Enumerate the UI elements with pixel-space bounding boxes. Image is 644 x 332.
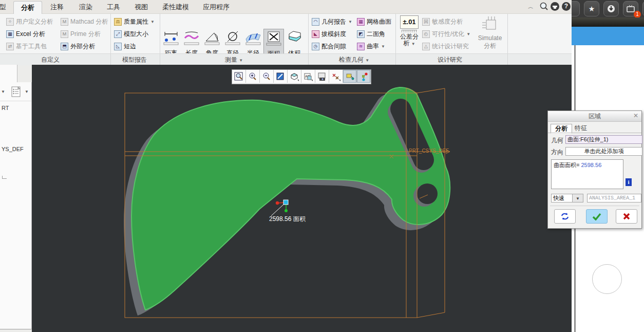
cancel-button[interactable] <box>616 209 637 224</box>
btn-curvature[interactable]: ≋曲率▼ <box>357 42 385 51</box>
browser-header-strip <box>572 17 644 27</box>
browser-blue-banner <box>572 27 644 45</box>
result-box: 曲面面积= 2598.56 <box>551 159 623 189</box>
view-manager-button[interactable] <box>315 70 329 83</box>
tab-analysis[interactable]: 分析 <box>13 1 42 14</box>
tree-settings-caret-icon[interactable]: ▼ <box>25 89 29 94</box>
geometry-report-icon: ◠ <box>312 18 319 26</box>
quick-select[interactable]: 快速 <box>551 194 574 202</box>
btn-geometry-report[interactable]: ◠几何报告▼ <box>312 17 352 26</box>
favorites-star-icon[interactable]: ★ <box>584 1 599 16</box>
btn-prime-analysis[interactable]: MPrime 分析 <box>61 29 101 39</box>
tab-model[interactable]: 型 <box>0 1 10 13</box>
dialog-tab-feature[interactable]: 特征 <box>571 124 591 133</box>
btn-model-size[interactable]: ⤢模型大小 <box>114 29 148 39</box>
btn-statistical-design-study[interactable]: △统计设计研究 <box>422 42 469 51</box>
media-tv-icon[interactable]: 1 <box>623 1 638 16</box>
direction-field[interactable]: 单击此处添加项 <box>565 147 642 156</box>
tree-item-part[interactable]: RT <box>2 105 9 111</box>
btn-excel-analysis[interactable]: ▦Excel 分析 <box>6 29 45 39</box>
tab-view[interactable]: 视图 <box>128 1 154 13</box>
draft-angle-icon: ◣ <box>312 30 319 38</box>
group-label-inspect-geometry[interactable]: 检查几何 ▼ <box>339 56 369 64</box>
group-label-customize: 自定义 <box>41 56 60 64</box>
info-icon[interactable]: i <box>626 178 632 186</box>
download-icon[interactable] <box>603 1 619 16</box>
repaint-button[interactable] <box>274 70 288 83</box>
annotation-display-button[interactable] <box>343 70 357 83</box>
display-style-button[interactable] <box>288 70 301 83</box>
quick-select-caret[interactable]: ▼ <box>572 194 583 202</box>
zoom-out-button[interactable] <box>260 70 274 83</box>
btn-fit-clearance[interactable]: ◷配合间隙 <box>312 42 346 51</box>
x-icon <box>622 212 631 220</box>
btn-short-edge[interactable]: ◺短边 <box>114 42 136 51</box>
btn-dihedral-angle[interactable]: ◩二面角 <box>357 29 385 39</box>
tree-list-icon[interactable] <box>11 86 22 100</box>
diameter-icon <box>224 30 241 47</box>
analysis-name-field[interactable]: ANALYSIS_AREA_1 <box>587 194 641 202</box>
geometry-label: 几何 <box>551 136 563 145</box>
collapse-ribbon-icon[interactable]: ︿ <box>528 3 534 11</box>
tab-flexible-modeling[interactable]: 柔性建模 <box>157 1 194 13</box>
area-icon <box>266 30 282 48</box>
community-icon[interactable] <box>551 2 559 11</box>
tab-applications[interactable]: 应用程序 <box>197 1 235 13</box>
btn-feasibility-optimization[interactable]: ◴可行性/优化▼ <box>422 29 470 39</box>
tolerance-badge: ±.01 <box>400 15 419 29</box>
spin-center-button[interactable] <box>357 70 371 83</box>
geometry-field[interactable]: 曲面:F6(拉伸_1) <box>565 135 642 144</box>
ribbon-tab-bar: 型 分析 注释 渲染 工具 视图 柔性建模 应用程序 ︿ ? <box>0 0 572 14</box>
curvature-icon: ≋ <box>357 43 365 50</box>
refresh-button[interactable] <box>554 209 576 224</box>
chevron-down-icon: ▼ <box>466 32 470 36</box>
ribbon: ✧用户定义分析 MMathcad 分析 ▦Excel 分析 MPrime 分析 … <box>0 14 572 53</box>
tree-item-csys[interactable]: YS_DEF <box>2 146 24 152</box>
dialog-title[interactable]: 区域 <box>548 111 641 122</box>
tree-branch-mark <box>2 176 7 179</box>
statistics-icon: △ <box>422 43 430 50</box>
toolkit-icon: ⇄ <box>6 43 14 50</box>
tree-filter-caret-icon[interactable]: ▼ <box>1 89 5 94</box>
saved-views-button[interactable]: AB <box>301 70 315 83</box>
btn-draft-angle[interactable]: ◣拔模斜度 <box>312 29 346 39</box>
feasibility-icon: ◴ <box>422 30 430 38</box>
btn-toolkit-based[interactable]: ⇄基于工具包 <box>6 42 47 51</box>
chevron-down-icon: ▼ <box>150 20 155 24</box>
radius-icon <box>245 30 261 47</box>
measure-annotation <box>271 200 288 216</box>
btn-sensitivity-analysis[interactable]: 回敏感度分析 <box>422 17 463 26</box>
btn-simulate-analysis[interactable]: Simulate分析 <box>475 15 505 50</box>
btn-mass-properties[interactable]: ⚖质量属性▼ <box>114 17 155 26</box>
volume-icon <box>286 30 302 47</box>
region-dialog: 区域 ✕ 分析 特征 几何 曲面:F6(拉伸_1) 方向 单击此处添加项 曲面面… <box>547 110 642 229</box>
help-icon[interactable]: ? <box>562 2 571 11</box>
btn-external-analysis[interactable]: ⬒外部分析 <box>61 42 95 51</box>
btn-tolerance-analysis[interactable]: ±.01 公差分析 ▼ <box>400 15 419 47</box>
ok-button[interactable] <box>586 209 608 224</box>
browser-partial-button[interactable] <box>572 1 580 16</box>
zoom-in-button[interactable] <box>246 70 260 83</box>
length-icon <box>183 30 200 47</box>
group-label-measure[interactable]: 测量 ▼ <box>225 56 243 64</box>
chevron-down-icon: ▼ <box>381 44 385 49</box>
btn-mesh-surface[interactable]: ▦网格曲面 <box>357 17 391 26</box>
tab-render[interactable]: 渲染 <box>73 1 99 13</box>
tab-tools[interactable]: 工具 <box>101 1 126 13</box>
btn-mathcad-analysis[interactable]: MMathcad 分析 <box>61 17 108 26</box>
close-icon[interactable]: ✕ <box>633 112 638 119</box>
ribbon-group-labels: 自定义 模型报告 测量 ▼ 检查几何 ▼ 设计研究 <box>0 53 572 65</box>
group-label-design-study: 设计研究 <box>438 56 462 64</box>
external-analysis-icon: ⬒ <box>61 43 68 50</box>
csys-label: PRT_CSYS_DEF <box>409 148 449 154</box>
search-icon[interactable] <box>539 2 548 13</box>
mass-properties-icon: ⚖ <box>114 18 122 26</box>
zoom-fit-button[interactable] <box>232 70 246 83</box>
tab-annotate[interactable]: 注释 <box>44 1 70 13</box>
datum-display-button[interactable] <box>329 70 343 83</box>
btn-user-defined-analysis[interactable]: ✧用户定义分析 <box>6 17 53 26</box>
angle-icon <box>204 30 220 47</box>
browser-floating-circle[interactable] <box>592 264 622 294</box>
refresh-icon <box>560 212 570 221</box>
check-icon <box>592 212 602 220</box>
